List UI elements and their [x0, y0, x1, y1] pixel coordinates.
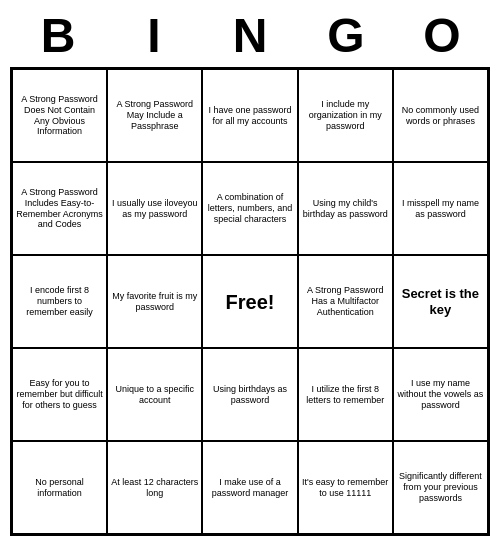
bingo-cell-r0c3: I include my organization in my password	[298, 69, 393, 162]
letter-i: I	[106, 8, 202, 63]
bingo-cell-r0c1: A Strong Password May Include a Passphra…	[107, 69, 202, 162]
bingo-cell-r1c4: I misspell my name as password	[393, 162, 488, 255]
bingo-cell-r0c4: No commonly used words or phrases	[393, 69, 488, 162]
bingo-cell-r2c4: Secret is the key	[393, 255, 488, 348]
bingo-cell-r0c0: A Strong Password Does Not Contain Any O…	[12, 69, 107, 162]
bingo-cell-r3c4: I use my name without the vowels as pass…	[393, 348, 488, 441]
letter-n: N	[202, 8, 298, 63]
bingo-cell-r2c1: My favorite fruit is my password	[107, 255, 202, 348]
bingo-cell-r1c3: Using my child's birthday as password	[298, 162, 393, 255]
bingo-cell-r2c3: A Strong Password Has a Multifactor Auth…	[298, 255, 393, 348]
bingo-cell-r3c1: Unique to a specific account	[107, 348, 202, 441]
letter-g: G	[298, 8, 394, 63]
bingo-cell-r2c2: Free!	[202, 255, 297, 348]
bingo-cell-r4c0: No personal information	[12, 441, 107, 534]
bingo-cell-r2c0: I encode first 8 numbers to remember eas…	[12, 255, 107, 348]
bingo-cell-r1c0: A Strong Password Includes Easy-to-Remem…	[12, 162, 107, 255]
bingo-cell-r4c1: At least 12 characters long	[107, 441, 202, 534]
bingo-cell-r1c2: A combination of letters, numbers, and s…	[202, 162, 297, 255]
bingo-cell-r3c2: Using birthdays as password	[202, 348, 297, 441]
bingo-title: B I N G O	[10, 8, 490, 63]
bingo-cell-r4c3: It's easy to remember to use 11111	[298, 441, 393, 534]
bingo-cell-r0c2: I have one password for all my accounts	[202, 69, 297, 162]
bingo-cell-r1c1: I usually use iloveyou as my password	[107, 162, 202, 255]
bingo-cell-r3c3: I utilize the first 8 letters to remembe…	[298, 348, 393, 441]
letter-b: B	[10, 8, 106, 63]
letter-o: O	[394, 8, 490, 63]
bingo-cell-r4c2: I make use of a password manager	[202, 441, 297, 534]
bingo-cell-r3c0: Easy for you to remember but difficult f…	[12, 348, 107, 441]
bingo-grid: A Strong Password Does Not Contain Any O…	[10, 67, 490, 536]
bingo-cell-r4c4: Significantly different from your previo…	[393, 441, 488, 534]
